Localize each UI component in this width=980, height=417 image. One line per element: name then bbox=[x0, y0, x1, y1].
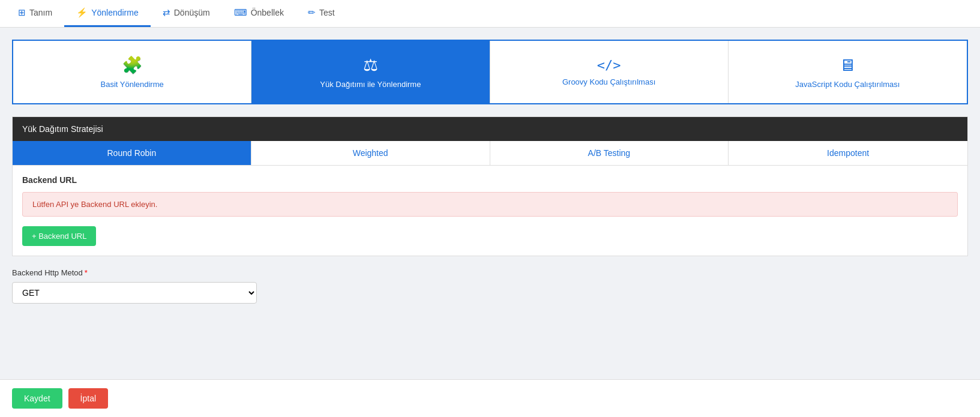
routing-type-yuk-dagitim[interactable]: ⚖ Yük Dağıtımı ile Yönlendirme bbox=[251, 41, 490, 103]
tab-onbellek[interactable]: ⌨ Önbellek bbox=[222, 0, 296, 27]
tab-tanim-label: Tanım bbox=[29, 8, 52, 17]
strategy-tabs: Round Robin Weighted A/B Testing Idempot… bbox=[13, 141, 967, 166]
tab-test[interactable]: ✏ Test bbox=[296, 0, 347, 27]
add-backend-url-button[interactable]: + Backend URL bbox=[22, 226, 96, 246]
main-content: 🧩 Basit Yönlendirme ⚖ Yük Dağıtımı ile Y… bbox=[0, 28, 980, 379]
backend-url-section: Backend URL Lütfen API ye Backend URL ek… bbox=[13, 166, 967, 256]
javascript-icon: 🖥 bbox=[839, 55, 856, 75]
backend-url-label: Backend URL bbox=[22, 175, 958, 185]
routing-type-basit[interactable]: 🧩 Basit Yönlendirme bbox=[13, 41, 251, 103]
onbellek-icon: ⌨ bbox=[234, 7, 247, 18]
lb-section: Yük Dağıtım Stratejisi Round Robin Weigh… bbox=[12, 116, 968, 256]
javascript-label: JavaScript Kodu Çalıştırılması bbox=[795, 80, 900, 89]
yuk-dagitim-icon: ⚖ bbox=[363, 55, 378, 75]
http-method-section: Backend Http Metod* GET POST PUT DELETE … bbox=[12, 268, 968, 304]
routing-type-javascript[interactable]: 🖥 JavaScript Kodu Çalıştırılması bbox=[729, 41, 967, 103]
tab-onbellek-label: Önbellek bbox=[251, 8, 284, 17]
tab-donusum-label: Dönüşüm bbox=[174, 8, 210, 17]
test-icon: ✏ bbox=[308, 7, 316, 18]
basit-label: Basit Yönlendirme bbox=[100, 80, 163, 89]
groovy-icon: </> bbox=[597, 58, 621, 73]
routing-type-groovy[interactable]: </> Groovy Kodu Çalıştırılması bbox=[490, 41, 729, 103]
tab-test-label: Test bbox=[319, 8, 335, 17]
strategy-tab-ab-testing[interactable]: A/B Testing bbox=[490, 141, 729, 165]
lb-section-title: Yük Dağıtım Stratejisi bbox=[13, 117, 967, 141]
donusum-icon: ⇄ bbox=[163, 7, 170, 18]
routing-type-selector: 🧩 Basit Yönlendirme ⚖ Yük Dağıtımı ile Y… bbox=[12, 40, 968, 104]
yuk-dagitim-label: Yük Dağıtımı ile Yönlendirme bbox=[320, 80, 421, 89]
tab-yonlendirme-label: Yönlendirme bbox=[91, 8, 139, 17]
basit-icon: 🧩 bbox=[122, 55, 143, 75]
http-method-select[interactable]: GET POST PUT DELETE PATCH bbox=[12, 282, 257, 304]
backend-url-error: Lütfen API ye Backend URL ekleyin. bbox=[22, 192, 958, 217]
strategy-tab-round-robin[interactable]: Round Robin bbox=[13, 141, 251, 165]
top-tab-bar: ⊞ Tanım ⚡ Yönlendirme ⇄ Dönüşüm ⌨ Önbell… bbox=[0, 0, 980, 28]
strategy-tab-idempotent[interactable]: Idempotent bbox=[729, 141, 967, 165]
tab-yonlendirme[interactable]: ⚡ Yönlendirme bbox=[64, 0, 151, 27]
tanim-icon: ⊞ bbox=[18, 7, 26, 18]
groovy-label: Groovy Kodu Çalıştırılması bbox=[562, 77, 655, 86]
http-method-label: Backend Http Metod* bbox=[12, 268, 968, 277]
yonlendirme-icon: ⚡ bbox=[76, 7, 88, 18]
strategy-tab-weighted[interactable]: Weighted bbox=[251, 141, 490, 165]
lb-section-body: Round Robin Weighted A/B Testing Idempot… bbox=[13, 141, 967, 256]
required-marker: * bbox=[85, 268, 88, 277]
tab-tanim[interactable]: ⊞ Tanım bbox=[6, 0, 64, 27]
tab-donusum[interactable]: ⇄ Dönüşüm bbox=[151, 0, 222, 27]
